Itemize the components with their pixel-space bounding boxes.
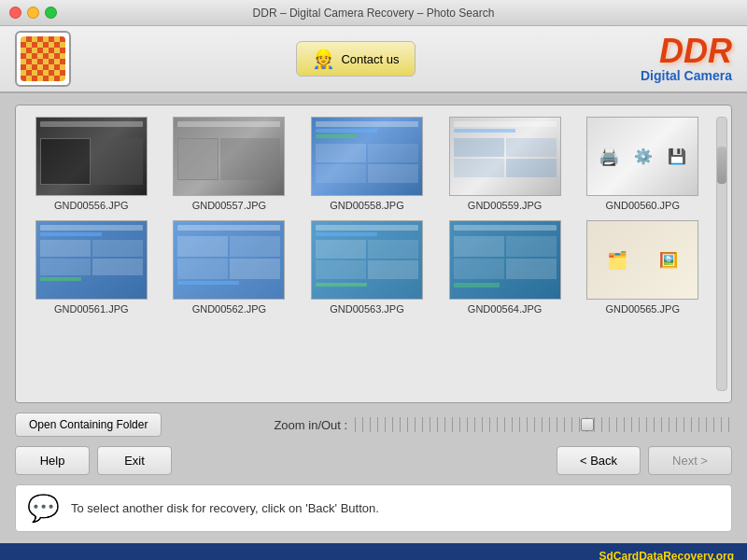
titlebar: DDR – Digital Camera Recovery – Photo Se… [0,0,747,26]
exit-button[interactable]: Exit [97,446,172,475]
file-name: GND00563.JPG [330,303,403,315]
info-icon: 💬 [27,493,60,524]
close-button[interactable] [9,7,21,19]
brand-area: DDR Digital Camera [641,35,732,83]
logo-checker-pattern [21,36,65,81]
brand-title: DDR [641,35,732,68]
footer-text: SdCardDataRecovery.org [599,550,735,560]
footer-brand: SdCardDataRecovery.org [599,550,735,560]
brand-subtitle: Digital Camera [641,68,732,83]
thumbnail[interactable] [311,117,423,196]
list-item[interactable]: GND00558.JPG [303,117,431,211]
gallery-grid: GND00556.JPG GND00557.JPG [27,117,720,315]
file-name: GND00565.JPG [605,303,679,315]
contact-label: Contact us [341,52,399,66]
zoom-label: Zoom in/Out : [274,418,347,432]
controls-bar: Open Containing Folder Zoom in/Out : [15,413,732,437]
file-name: GND00564.JPG [468,303,542,315]
thumbnail[interactable] [35,117,148,196]
thumbnail[interactable] [35,220,148,300]
app-header: 👷 Contact us DDR Digital Camera [0,26,747,93]
thumbnail[interactable] [449,117,561,196]
file-name: GND00559.JPG [468,200,542,211]
list-item[interactable]: GND00557.JPG [165,117,294,211]
gallery-scrollbar[interactable] [716,117,727,391]
zoom-ruler [355,417,732,432]
gallery-panel: GND00556.JPG GND00557.JPG [15,105,732,403]
file-name: GND00558.JPG [330,200,403,211]
window-title: DDR – Digital Camera Recovery – Photo Se… [253,7,495,20]
list-item[interactable]: GND00559.JPG [441,117,570,211]
list-item[interactable]: GND00556.JPG [27,117,156,211]
next-button[interactable]: Next > [648,446,732,475]
help-button[interactable]: Help [15,446,90,475]
thumbnail[interactable]: 🖨️ ⚙️ 💾 [586,117,698,196]
main-content: GND00556.JPG GND00557.JPG [0,93,747,543]
contact-icon: 👷 [312,48,335,70]
window-controls [9,7,57,19]
thumbnail[interactable] [449,220,561,300]
file-name: GND00562.JPG [192,303,266,315]
app-logo [15,31,71,87]
zoom-handle[interactable] [581,418,594,431]
list-item[interactable]: GND00564.JPG [441,220,570,315]
app-footer: SdCardDataRecovery.org [0,543,747,560]
file-name: GND00560.JPG [605,200,679,211]
minimize-button[interactable] [27,7,39,19]
thumbnail[interactable] [173,220,285,300]
thumbnail[interactable] [311,220,423,300]
file-name: GND00561.JPG [54,303,128,315]
scrollbar-thumb[interactable] [717,147,726,184]
info-bar: 💬 To select another disk for recovery, c… [15,484,732,532]
navigation-bar: Help Exit < Back Next > [15,446,732,475]
list-item[interactable]: GND00563.JPG [303,220,431,315]
list-item[interactable]: GND00562.JPG [165,220,294,315]
thumbnail[interactable]: 🗂️ 🖼️ [586,220,698,300]
thumbnail[interactable] [173,117,285,196]
file-name: GND00556.JPG [54,200,128,211]
list-item[interactable]: 🖨️ ⚙️ 💾 GND00560.JPG [578,117,707,211]
list-item[interactable]: 🗂️ 🖼️ GND00565.JPG [578,220,707,315]
back-button[interactable]: < Back [557,446,641,475]
zoom-slider-container [355,417,732,432]
open-folder-button[interactable]: Open Containing Folder [15,413,162,437]
contact-button[interactable]: 👷 Contact us [296,41,415,77]
file-name: GND00557.JPG [192,200,266,211]
list-item[interactable]: GND00561.JPG [27,220,156,315]
maximize-button[interactable] [45,7,57,19]
info-message: To select another disk for recovery, cli… [71,501,379,515]
